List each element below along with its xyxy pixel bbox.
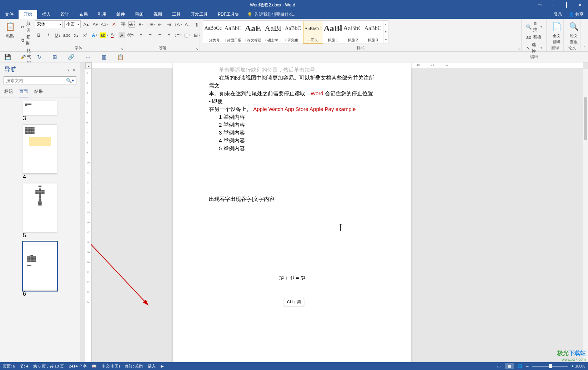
font-name-select[interactable]: 宋体▾: [35, 20, 63, 28]
view-web-layout[interactable]: 🌐: [516, 363, 525, 369]
font-color-button[interactable]: A: [109, 31, 117, 39]
font-launcher[interactable]: ↘: [120, 47, 123, 51]
thumb-page-5[interactable]: ████████████████████████████████████████…: [23, 183, 57, 239]
tab-file[interactable]: 文件: [0, 10, 19, 19]
ribbon-display-options[interactable]: ▭: [535, 2, 544, 7]
tab-insert[interactable]: 插入: [37, 10, 56, 19]
borders-button[interactable]: ⊞: [193, 31, 201, 39]
tab-review[interactable]: 审阅: [130, 10, 149, 19]
style-item-graduate[interactable]: AaBbC↓ 研究生...: [283, 21, 303, 44]
status-word-count[interactable]: 2414 个字: [69, 364, 87, 369]
view-print-layout[interactable]: ▦: [505, 363, 514, 369]
font-size-select[interactable]: 小四▾: [64, 20, 81, 28]
text-direction-button[interactable]: ↕A: [174, 20, 182, 28]
collapse-ribbon-button[interactable]: ˄: [583, 45, 586, 50]
styles-up[interactable]: ▲: [383, 21, 388, 28]
style-item-normal[interactable]: AaBbCcI↓ 正文: [303, 21, 323, 44]
ruler-tab-selector[interactable]: L: [85, 62, 92, 69]
justify-button[interactable]: ≡: [156, 31, 164, 39]
thumb-page-6[interactable]: ████████████████████████████████████████…: [23, 242, 57, 297]
align-left-button[interactable]: ≡: [128, 31, 136, 39]
tab-pdf-tools[interactable]: PDF工具集: [213, 10, 244, 19]
nav-tab-headings[interactable]: 标题: [4, 88, 13, 97]
thesis-check-button[interactable]: 🔍 论文查重: [567, 20, 581, 45]
zoom-knob[interactable]: [549, 364, 552, 368]
status-page-count[interactable]: 第 6 页，共 10 页: [33, 364, 64, 369]
multilevel-button[interactable]: ⋮≡: [146, 20, 154, 28]
grow-font-button[interactable]: A▴: [82, 20, 90, 28]
qat-undo[interactable]: ↶: [22, 54, 26, 60]
qat-table[interactable]: ⊞: [52, 54, 57, 60]
vertical-ruler[interactable]: 123456789101112131415161718192021222324: [85, 69, 92, 362]
status-proofing[interactable]: 📖: [92, 364, 97, 369]
show-marks-button[interactable]: ¶: [193, 20, 201, 28]
cut-button[interactable]: ✂剪切: [19, 20, 34, 33]
decrease-indent-button[interactable]: ⇤: [156, 20, 164, 28]
search-icon[interactable]: 🔍▾: [66, 78, 74, 83]
increase-indent-button[interactable]: ⇥: [165, 20, 173, 28]
styles-more[interactable]: ▾: [383, 36, 388, 44]
style-item-thesis-title[interactable]: AaE↓ 论文标题: [243, 21, 263, 44]
tab-developer[interactable]: 开发工具: [186, 10, 213, 19]
tab-home[interactable]: 开始: [19, 10, 37, 19]
paste-button[interactable]: 📋 粘贴: [3, 20, 17, 39]
align-center-button[interactable]: ≡: [137, 31, 145, 39]
status-section[interactable]: 节: 4: [20, 364, 28, 369]
tab-references[interactable]: 引用: [93, 10, 111, 19]
tell-me[interactable]: 💡 告诉我您想要做什么...: [247, 10, 297, 19]
style-item-heading3[interactable]: AaBbC标题 3: [363, 21, 383, 44]
translate-button[interactable]: 📄 全文翻译: [549, 20, 564, 45]
clear-format-button[interactable]: A̸: [110, 20, 118, 28]
styles-down[interactable]: ▼: [383, 28, 388, 36]
style-item-master[interactable]: AaBl↓ 硕士学...: [263, 21, 283, 44]
search-input[interactable]: [4, 76, 76, 85]
qat-redo[interactable]: ↻: [37, 54, 42, 60]
zoom-out-button[interactable]: –: [526, 364, 528, 368]
style-item-heading2[interactable]: AaBbC标题 2: [343, 21, 363, 44]
zoom-in-button[interactable]: +: [571, 364, 573, 368]
sort-button[interactable]: A↓: [184, 20, 191, 28]
status-page[interactable]: 页面: 6: [3, 364, 15, 369]
superscript-button[interactable]: x²: [81, 31, 89, 39]
thumb-page-3[interactable]: ██████████3: [23, 101, 57, 122]
style-item-heading1[interactable]: AaBl标题 1: [323, 21, 343, 44]
line-spacing-button[interactable]: ↕≡: [174, 31, 182, 39]
bullets-button[interactable]: ☰: [128, 20, 136, 28]
styles-launcher[interactable]: ↘: [517, 47, 520, 51]
zoom-level[interactable]: 100%: [575, 364, 585, 368]
find-button[interactable]: 🔍查找: [524, 20, 543, 33]
zoom-slider[interactable]: [532, 366, 568, 367]
status-language[interactable]: 中文(中国): [102, 364, 120, 369]
tab-mailings[interactable]: 邮件: [111, 10, 130, 19]
nav-tab-results[interactable]: 结果: [34, 88, 43, 97]
shading-button[interactable]: ▢: [184, 31, 191, 39]
align-right-button[interactable]: ≡: [146, 31, 154, 39]
status-macro[interactable]: ▶: [161, 364, 164, 369]
status-insert-mode[interactable]: 插入: [148, 364, 156, 369]
tab-view[interactable]: 视图: [149, 10, 167, 19]
tab-layout[interactable]: 布局: [74, 10, 93, 19]
text-effects-button[interactable]: A: [91, 31, 99, 39]
highlight-button[interactable]: ab: [100, 31, 108, 39]
close-button[interactable]: ✕: [576, 2, 584, 7]
vertical-scrollbar[interactable]: [583, 69, 588, 362]
login-button[interactable]: 登录: [554, 11, 562, 17]
qat-save[interactable]: 💾: [4, 54, 11, 60]
qat-paste[interactable]: 📋: [117, 54, 124, 60]
replace-button[interactable]: ab替换: [524, 34, 543, 41]
status-track-changes[interactable]: 修订: 关闭: [125, 364, 143, 369]
qat-more[interactable]: ⋯: [85, 54, 91, 60]
shrink-font-button[interactable]: A▾: [91, 20, 99, 28]
maximize-button[interactable]: [562, 2, 571, 7]
qat-link[interactable]: 🔗: [68, 54, 75, 60]
underline-button[interactable]: U: [54, 31, 61, 39]
thumb-page-4[interactable]: ████████████████████████████████████████…: [23, 125, 57, 180]
document-page[interactable]: 单击要添加行或列的位置，然后单击加号。 在新的阅读视图中阅读更加容易。可以折叠文…: [173, 62, 411, 362]
strike-button[interactable]: abc: [63, 31, 71, 39]
paragraph-launcher[interactable]: ↘: [195, 47, 198, 51]
tab-tools[interactable]: 工具: [167, 10, 186, 19]
nav-close[interactable]: ✕: [72, 67, 76, 72]
nav-tab-pages[interactable]: 页面: [19, 88, 28, 97]
char-shading-button[interactable]: A: [119, 32, 125, 38]
nav-dropdown[interactable]: ▾: [67, 68, 69, 72]
